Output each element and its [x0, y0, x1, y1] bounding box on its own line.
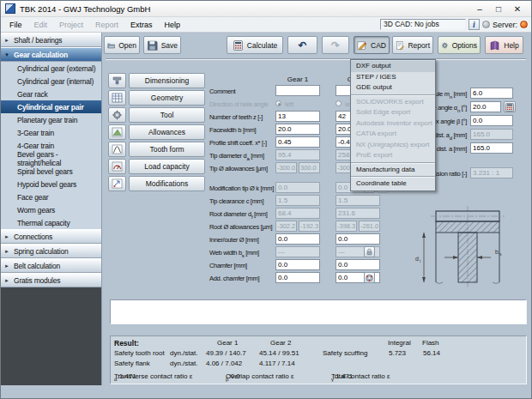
- sidebar-item-worm-gears[interactable]: Worm gears: [1, 203, 101, 216]
- info-button[interactable]: i: [469, 19, 480, 30]
- cad-label: CAD: [371, 41, 386, 50]
- bs-sub-label: s: [499, 251, 502, 257]
- web-width-label: Web width bs [mm]: [209, 249, 259, 258]
- break-line-left: [436, 282, 443, 284]
- help-button[interactable]: Help: [485, 36, 523, 54]
- comment-label: Comment: [209, 88, 235, 95]
- sidebar-item-planetary-gear-train[interactable]: Planetary gear train: [1, 113, 101, 126]
- menu-file[interactable]: File: [3, 19, 28, 31]
- sidebar-group-belt-calculation[interactable]: ► Belt calculation: [1, 258, 101, 273]
- bs-arrow-right: [477, 256, 482, 259]
- lock-icon: [365, 247, 374, 257]
- web-width-lock-button[interactable]: [364, 246, 375, 257]
- gear-section-drawing: d i b s: [414, 203, 527, 292]
- bs-label: b: [495, 249, 499, 255]
- menu-item-gde-output[interactable]: GDE output: [351, 82, 435, 94]
- chamfer-gear2-input[interactable]: [336, 259, 380, 270]
- sidebar-group-shaft-bearings[interactable]: ► Shaft / bearings: [1, 33, 101, 47]
- di-sub-label: i: [420, 258, 420, 263]
- sidebar-group-gratis-modules[interactable]: ► Gratis modules: [1, 273, 101, 287]
- sidebar-item-cylindrical-gear-external[interactable]: Cylindrical gear (external): [1, 62, 101, 75]
- menu-item-solid-edge-export: Solid Edge export: [351, 107, 435, 118]
- results-flash-header: Flash: [422, 339, 439, 347]
- dimensioning-icon-button[interactable]: [108, 73, 126, 88]
- toolbar-separator: [106, 58, 526, 60]
- close-button[interactable]: ✕: [508, 3, 527, 15]
- menu-item-manufacturing-data[interactable]: Manufacturing data: [351, 165, 435, 176]
- options-button[interactable]: Options: [438, 36, 481, 54]
- modifications-icon-button[interactable]: [108, 176, 126, 191]
- sidebar-group-spring-calculation[interactable]: ► Spring calculation: [1, 244, 101, 258]
- menu-item-dxf-output[interactable]: DXF output: [351, 61, 435, 72]
- options-gear-icon: [441, 40, 449, 51]
- sidebar-item-3-gear-train[interactable]: 3-Gear train: [1, 126, 101, 139]
- module-sidebar: ► Shaft / bearings ▼ Gear calculation Cy…: [1, 33, 102, 385]
- sidebar-item-thermal-capacity[interactable]: Thermal capacity: [1, 216, 101, 229]
- tip-clearance-label: Tip clearance c [mm]: [209, 197, 263, 205]
- sidebar-group-label: Gear calculation: [14, 51, 68, 59]
- profile-shift-gear1-input[interactable]: [275, 136, 320, 148]
- report-button[interactable]: Report: [392, 36, 433, 54]
- sidebar-item-cylindrical-gear-pair[interactable]: Cylindrical gear pair: [1, 100, 101, 113]
- menu-item-step-iges[interactable]: STEP / IGES: [351, 72, 435, 83]
- nav-modifications-button[interactable]: Modifications: [129, 176, 205, 191]
- tooth-form-icon: [112, 144, 123, 154]
- pressure-angle-input[interactable]: [470, 101, 501, 112]
- undo-button[interactable]: ↶: [287, 36, 317, 54]
- sidebar-item-gear-rack[interactable]: Gear rack: [1, 88, 101, 100]
- sidebar-item-bevel-gears[interactable]: Bevel gears - straight/helical: [1, 152, 101, 165]
- calculate-button[interactable]: Calculate: [227, 36, 283, 54]
- root-allowances-label: Root Ø allowances [µm]: [209, 223, 272, 231]
- results-panel: Result: Gear 1 Gear 2 Integral Flash Saf…: [110, 336, 527, 384]
- nav-tool-button[interactable]: Tool: [129, 107, 205, 123]
- nav-dimensioning-button[interactable]: Dimensioning: [129, 73, 205, 88]
- save-button[interactable]: Save: [143, 36, 181, 54]
- comment-gear1-input[interactable]: [275, 85, 320, 96]
- menu-report: Report: [89, 19, 124, 31]
- helix-left-radio-gear2: [336, 100, 342, 106]
- sidebar-group-connections[interactable]: ► Connections: [1, 229, 101, 244]
- chamfer-gear1-input[interactable]: [275, 259, 320, 270]
- geometry-icon-button[interactable]: [108, 90, 126, 106]
- chamfer-tool-icon: [365, 273, 374, 283]
- menu-bar: File Edit Project Report Extras Help 3D …: [1, 17, 531, 33]
- centre-distance-input[interactable]: [470, 142, 513, 154]
- nav-geometry-button[interactable]: Geometry: [129, 90, 205, 106]
- flank-gear2-value: 4.117 / 7.14: [259, 360, 295, 367]
- nav-tooth-form-button[interactable]: Tooth form: [129, 142, 205, 157]
- flank-mode: dyn./stat.: [170, 360, 197, 367]
- sidebar-item-hypoid-bevel-gears[interactable]: Hypoid bevel gears: [1, 178, 101, 190]
- inner-outer-gear2-input[interactable]: [336, 233, 380, 245]
- pressure-angle-calculator-button[interactable]: [504, 101, 516, 112]
- sidebar-group-label: Spring calculation: [14, 247, 69, 256]
- nav-allowances-button[interactable]: Allowances: [129, 124, 205, 140]
- menu-item-proe-export: ProE export: [351, 150, 435, 161]
- tooth-form-icon-button[interactable]: [108, 142, 126, 157]
- helix-angle-input[interactable]: [470, 115, 513, 126]
- open-button[interactable]: Open: [104, 36, 140, 54]
- bs-arrow-left: [453, 256, 458, 259]
- inner-outer-gear1-input[interactable]: [275, 233, 320, 245]
- add-chamfer-gear1-input[interactable]: [275, 272, 320, 283]
- menu-help[interactable]: Help: [159, 19, 187, 31]
- cad-button[interactable]: CAD: [354, 36, 390, 54]
- module-input[interactable]: [470, 88, 513, 99]
- teeth-gear1-input[interactable]: [275, 111, 320, 122]
- transmission-ratio-input: [470, 167, 513, 178]
- safety-flank-label: Safety flank: [114, 360, 150, 367]
- facewidth-gear1-input[interactable]: [275, 124, 320, 135]
- tool-icon-button[interactable]: [108, 107, 126, 123]
- chamfer-tool-button[interactable]: [364, 272, 375, 283]
- app-logo-icon: [5, 3, 15, 14]
- sidebar-item-cylindrical-gear-internal[interactable]: Cylindrical gear (internal): [1, 75, 101, 88]
- sidebar-item-face-gear[interactable]: Face gear: [1, 190, 101, 203]
- sidebar-group-gear-calculation[interactable]: ▼ Gear calculation: [1, 47, 101, 62]
- nav-load-capacity-button[interactable]: Load capacity: [129, 159, 205, 174]
- minimize-button[interactable]: –: [470, 3, 489, 15]
- menu-extras[interactable]: Extras: [124, 19, 159, 31]
- load-capacity-icon-button[interactable]: [108, 159, 126, 174]
- allowances-icon-button[interactable]: [108, 124, 126, 140]
- menu-item-coordinate-table[interactable]: Coordinate table: [351, 178, 435, 190]
- overlap-contact-ratio: Overlap contact ratio εβ: 0.0: [226, 372, 231, 382]
- maximize-button[interactable]: □: [489, 3, 508, 15]
